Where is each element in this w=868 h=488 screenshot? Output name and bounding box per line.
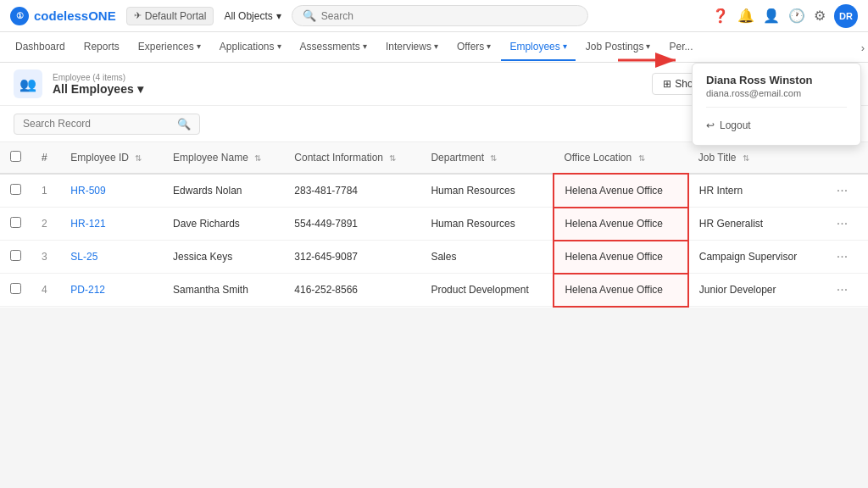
nav-item-experiences[interactable]: Experiences ▾ (130, 34, 209, 61)
col-header-employee-id[interactable]: Employee ID ⇅ (60, 142, 163, 174)
chevron-offers: ▾ (487, 42, 491, 51)
profile-divider (706, 107, 847, 108)
nav-label-assessments: Assessments (300, 41, 360, 53)
sort-icon: ⇅ (135, 153, 142, 163)
row-office: Helena Avenue Office (554, 241, 687, 274)
profile-dropdown: Diana Ross Winston diana.ross@email.com … (692, 63, 861, 146)
employee-title-button[interactable]: All Employees ▾ (53, 82, 143, 96)
sort-icon: ⇅ (254, 153, 261, 163)
row-office: Helena Avenue Office (554, 174, 687, 208)
nav-label-offers: Offers (457, 41, 484, 53)
select-all-header[interactable] (0, 142, 31, 174)
row-checkbox[interactable] (10, 250, 21, 261)
row-job-title: Junior Developer (688, 274, 821, 307)
row-id[interactable]: HR-121 (60, 208, 163, 241)
more-icon[interactable]: ··· (832, 214, 853, 232)
global-search-input[interactable] (321, 10, 577, 22)
history-icon[interactable]: 🕐 (788, 8, 805, 24)
row-name: Samantha Smith (163, 274, 284, 307)
table-row: 4 PD-212 Samantha Smith 416-252-8566 Pro… (0, 274, 868, 307)
select-all-checkbox[interactable] (10, 151, 21, 162)
row-office: Helena Avenue Office (554, 274, 687, 307)
row-id[interactable]: HR-509 (60, 174, 163, 208)
logout-icon: ↩ (706, 119, 715, 131)
row-more-actions[interactable]: ··· (821, 174, 868, 208)
nav-item-offers[interactable]: Offers ▾ (448, 34, 499, 61)
row-office: Helena Avenue Office (554, 208, 687, 241)
col-header-contact[interactable]: Contact Information ⇅ (284, 142, 420, 174)
portal-label: Default Portal (145, 10, 207, 22)
employee-subtitle: Employee (4 items) (53, 73, 143, 82)
row-checkbox-cell[interactable] (0, 208, 31, 241)
nav-item-applications[interactable]: Applications ▾ (211, 34, 290, 61)
nav-item-interviews[interactable]: Interviews ▾ (377, 34, 447, 61)
col-header-department[interactable]: Department ⇅ (420, 142, 554, 174)
profile-email: diana.ross@email.com (706, 88, 847, 98)
employee-table: # Employee ID ⇅ Employee Name ⇅ Contact … (0, 142, 868, 308)
logout-button[interactable]: ↩ Logout (706, 116, 847, 135)
global-search: 🔍 (292, 5, 588, 26)
profile-name: Diana Ross Winston (706, 74, 847, 86)
row-checkbox[interactable] (10, 217, 21, 228)
search-record-input[interactable] (23, 118, 172, 130)
top-bar: ① codelessONE ✈ Default Portal All Objec… (0, 0, 868, 32)
row-more-actions[interactable]: ··· (821, 241, 868, 274)
row-contact: 312-645-9087 (284, 241, 420, 274)
col-header-office[interactable]: Office Location ⇅ (554, 142, 687, 174)
col-header-num: # (31, 142, 60, 174)
avatar[interactable]: DR (834, 4, 858, 28)
employee-id-link[interactable]: SL-25 (70, 251, 97, 263)
more-icon[interactable]: ··· (832, 181, 853, 199)
row-department: Product Development (420, 274, 554, 307)
row-checkbox-cell[interactable] (0, 174, 31, 208)
all-objects-button[interactable]: All Objects ▾ (224, 10, 281, 22)
row-num: 4 (31, 274, 60, 307)
row-job-title: HR Generalist (688, 208, 821, 241)
row-id[interactable]: PD-212 (60, 274, 163, 307)
portal-button[interactable]: ✈ Default Portal (126, 7, 214, 25)
top-icons: ❓ 🔔 👤 🕐 ⚙ DR (712, 4, 858, 28)
nav-item-dashboard[interactable]: Dashboard (7, 34, 74, 61)
row-more-actions[interactable]: ··· (821, 274, 868, 307)
employee-id-link[interactable]: HR-509 (70, 185, 105, 197)
all-objects-label: All Objects (224, 10, 272, 22)
search-icon: 🔍 (177, 118, 191, 130)
more-icon[interactable]: ··· (832, 247, 853, 265)
chevron-down-icon: ▾ (276, 10, 281, 22)
employee-icon: 👥 (14, 69, 42, 98)
logo-icon: ① (10, 7, 29, 25)
employee-id-link[interactable]: HR-121 (70, 218, 105, 230)
row-more-actions[interactable]: ··· (821, 208, 868, 241)
row-checkbox-cell[interactable] (0, 241, 31, 274)
nav-label-experiences: Experiences (138, 41, 194, 53)
row-department: Human Resources (420, 174, 554, 208)
chevron-applications: ▾ (277, 42, 281, 51)
table-row: 2 HR-121 Dave Richards 554-449-7891 Huma… (0, 208, 868, 241)
row-contact: 283-481-7784 (284, 174, 420, 208)
nav-item-reports[interactable]: Reports (75, 34, 128, 61)
row-name: Dave Richards (163, 208, 284, 241)
employee-id-link[interactable]: PD-212 (70, 284, 105, 296)
settings-icon[interactable]: ⚙ (814, 8, 826, 24)
chevron-assessments: ▾ (363, 42, 367, 51)
nav-item-assessments[interactable]: Assessments ▾ (292, 34, 376, 61)
help-icon[interactable]: ❓ (712, 8, 729, 24)
col-header-job-title[interactable]: Job Title ⇅ (688, 142, 821, 174)
users-icon[interactable]: 👤 (763, 8, 780, 24)
table-header-row: # Employee ID ⇅ Employee Name ⇅ Contact … (0, 142, 868, 174)
row-checkbox[interactable] (10, 283, 21, 294)
nav-scroll-right[interactable]: › (861, 41, 865, 53)
nav-item-employees[interactable]: Employees ▾ (501, 34, 575, 61)
row-checkbox[interactable] (10, 184, 21, 195)
notifications-icon[interactable]: 🔔 (737, 8, 754, 24)
row-checkbox-cell[interactable] (0, 274, 31, 307)
row-name: Edwards Nolan (163, 174, 284, 208)
col-header-employee-name[interactable]: Employee Name ⇅ (163, 142, 284, 174)
row-department: Human Resources (420, 208, 554, 241)
row-id[interactable]: SL-25 (60, 241, 163, 274)
employee-table-wrapper: # Employee ID ⇅ Employee Name ⇅ Contact … (0, 142, 868, 308)
employee-title-text: All Employees (53, 82, 134, 96)
logout-label: Logout (720, 119, 751, 131)
chevron-experiences: ▾ (197, 42, 201, 51)
more-icon[interactable]: ··· (832, 280, 853, 298)
